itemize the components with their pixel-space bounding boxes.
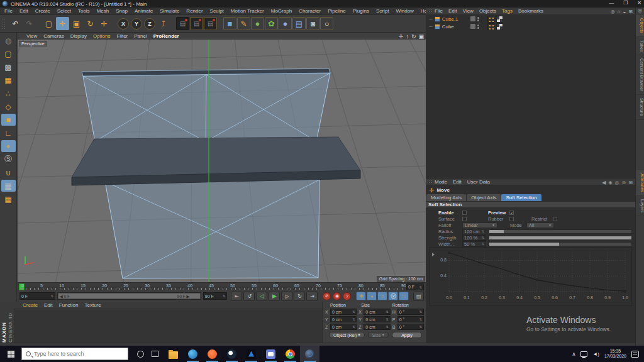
steam-app-icon[interactable] [222, 346, 242, 362]
layer-chip[interactable] [470, 24, 475, 29]
attribute-manager-menu-item[interactable]: Edit [453, 179, 462, 185]
play-forwards-button[interactable]: ▶ [269, 292, 280, 301]
attribute-manager-menu-item[interactable]: User Data [467, 179, 490, 185]
attribute-manager-menu-item[interactable]: Mode [435, 179, 447, 185]
search-icon[interactable]: ◎ [636, 8, 644, 15]
material-manager-area[interactable] [14, 309, 322, 343]
keyframe-selection-button[interactable]: ? [343, 292, 351, 300]
task-view-icon[interactable] [152, 351, 158, 357]
falloff-curve-panel[interactable]: 0.00.10.20.30.40.50.60.70.80.91.00.80.4 [430, 247, 632, 306]
menu-item[interactable]: Character [299, 8, 321, 14]
subdivision-surface-button[interactable]: ● [251, 17, 264, 30]
viewport-menu-item[interactable]: Display [70, 33, 87, 39]
material-menu-item[interactable]: Function [59, 302, 79, 308]
coordinate-input[interactable]: 0 cm⇅ [330, 324, 357, 330]
viewport-scene[interactable] [18, 40, 426, 282]
deformer-button[interactable]: ● [279, 17, 292, 30]
dock-tab[interactable]: Layers [636, 196, 644, 216]
restrict-checkbox[interactable] [553, 217, 557, 221]
camera-label[interactable]: Perspective [19, 41, 47, 47]
object-name[interactable]: Cube [442, 24, 469, 30]
polygons-mode-icon[interactable]: ■ [1, 114, 16, 126]
array-generator-button[interactable]: ✿ [265, 17, 278, 30]
menu-item[interactable]: Render [186, 8, 203, 14]
object-name[interactable]: Cube.1 [442, 16, 469, 22]
rotate-view-icon[interactable]: ↻ [411, 33, 416, 40]
phong-tag-icon[interactable] [496, 23, 503, 30]
menu-item[interactable]: Sculpt [210, 8, 224, 14]
search-input[interactable] [34, 351, 116, 357]
end-frame-input[interactable]: 90 F⇅ [203, 292, 228, 300]
goto-start-button[interactable]: ⇤ [231, 292, 242, 301]
maximize-button[interactable]: ❐ [623, 0, 628, 6]
apply-button[interactable]: Apply [392, 332, 422, 338]
undo-icon[interactable]: ↶ [9, 17, 22, 30]
goto-end-button[interactable]: ⇥ [306, 292, 318, 301]
snap-icon[interactable]: Ⓢ [1, 153, 16, 165]
lock-workplane-icon[interactable]: ▦ [1, 180, 16, 192]
strength-slider[interactable] [489, 236, 632, 240]
dock-tab[interactable]: Objects [636, 15, 644, 37]
y-axis-lock-button[interactable]: Y [131, 18, 142, 30]
enable-axis-icon[interactable]: ∟ [1, 127, 16, 139]
mode-dropdown[interactable]: All▼ [526, 222, 554, 228]
object-manager-menu-item[interactable]: Objects [479, 8, 496, 14]
z-axis-lock-button[interactable]: Z [144, 18, 155, 30]
render-to-picture-viewer-button[interactable]: ▤ [190, 17, 203, 30]
tray-chevron-icon[interactable]: ∧ [572, 351, 576, 357]
toolbar-separator[interactable] [111, 17, 116, 30]
object-mode-dropdown[interactable]: Object (Rel) ▾ [329, 332, 365, 338]
menu-item[interactable]: Tools [78, 8, 90, 14]
radius-slider[interactable] [489, 229, 632, 234]
object-manager-menu-item[interactable]: File [435, 8, 443, 14]
coordinate-input[interactable]: 0 cm⇅ [330, 316, 357, 322]
chrome-browser-icon[interactable] [280, 346, 300, 362]
toolbar-separator[interactable] [170, 17, 175, 30]
network-icon[interactable] [580, 351, 587, 357]
start-button[interactable] [0, 346, 21, 362]
points-mode-icon[interactable]: ∴ [1, 87, 16, 99]
workplane-mode-icon[interactable]: ▦ [1, 74, 16, 86]
phong-tag-icon[interactable] [496, 16, 503, 23]
polygon-selection-tag-icon[interactable] [487, 23, 494, 30]
falloff-dropdown[interactable]: Linear▼ [462, 222, 497, 228]
environment-button[interactable]: ▤ [292, 17, 306, 30]
discord-app-icon[interactable] [261, 346, 280, 362]
edges-mode-icon[interactable]: ◇ [1, 101, 16, 112]
viewport[interactable]: ViewCamerasDisplayOptionsFilterPanelProR… [18, 33, 426, 282]
object-manager-menu-item[interactable]: View [463, 8, 474, 14]
loop-animation-button[interactable]: ↻ [294, 292, 305, 301]
viewport-menu-item[interactable]: ProRender [153, 33, 179, 39]
menu-item[interactable]: Pipeline [328, 8, 345, 14]
add-panel-icon[interactable]: ⊞ [628, 9, 633, 14]
object-manager-menu-item[interactable]: Edit [448, 8, 457, 14]
render-view-button[interactable]: ▤ [176, 17, 189, 30]
primitive-cube-button[interactable]: ■ [223, 17, 236, 30]
notification-center-icon[interactable] [631, 351, 639, 358]
coordinate-input[interactable]: 0 cm⇅ [364, 316, 390, 322]
cortana-icon[interactable] [137, 351, 144, 358]
key-position-toggle[interactable]: ✛ [356, 292, 366, 300]
lock-icon[interactable]: ⊙ [622, 180, 626, 185]
autokeying-button[interactable]: ◉ [333, 292, 341, 300]
attribute-manager-grip[interactable] [427, 180, 432, 184]
tab-modeling-axis[interactable]: Modeling Axis [426, 194, 466, 201]
size-mode-dropdown[interactable]: Size ▾ [368, 332, 389, 338]
tab-soft-selection[interactable]: Soft Selection [501, 194, 541, 201]
taskbar-search[interactable] [21, 348, 128, 360]
close-button[interactable]: ✕ [637, 0, 641, 6]
minimize-button[interactable]: — [609, 0, 614, 6]
camera-button[interactable]: ◙ [306, 17, 319, 30]
material-menu-item[interactable]: Create [23, 302, 38, 308]
add-panel-icon[interactable]: ⊞ [628, 180, 633, 185]
menu-item[interactable]: MoGraph [271, 8, 292, 14]
coordinate-input[interactable]: 0 cm⇅ [330, 309, 357, 315]
material-menu-item[interactable]: Edit [44, 302, 53, 308]
magnet-snap-icon[interactable]: ∪ [1, 167, 16, 178]
render-settings-button[interactable]: ▤ [204, 17, 217, 30]
record-keyframe-button[interactable]: ⊘ [323, 292, 331, 300]
toolbar-grip[interactable] [2, 18, 6, 30]
viewport-menu-item[interactable]: Filter [116, 33, 128, 39]
model-mode-icon[interactable]: ▢ [1, 48, 16, 60]
battlenet-app-icon[interactable] [242, 346, 261, 362]
